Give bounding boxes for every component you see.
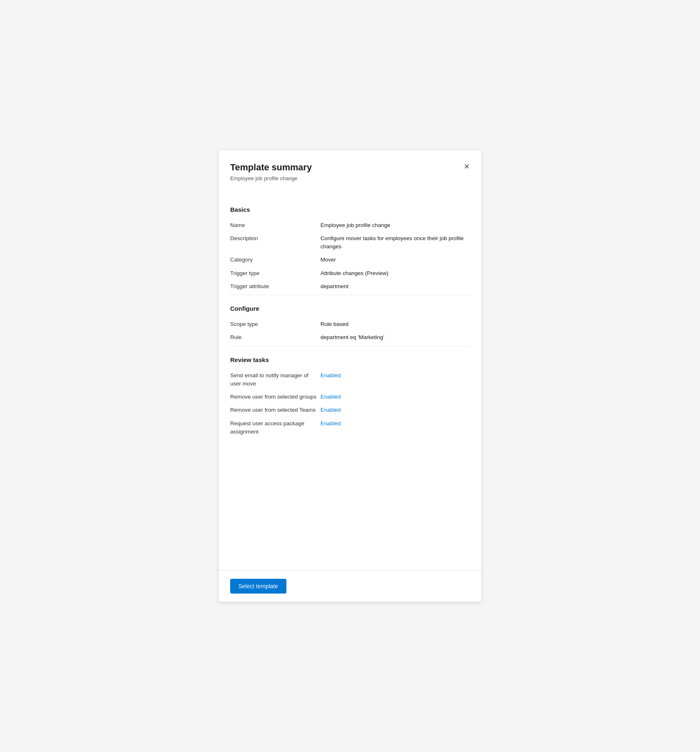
field-value-basics-1: Configure mover tasks for employees once…: [320, 234, 470, 251]
field-value-review-tasks-1: Enabled: [320, 393, 470, 401]
field-label-configure-1: Rule: [230, 333, 320, 342]
field-row-basics-1: DescriptionConfigure mover tasks for emp…: [230, 232, 470, 254]
field-row-configure-1: Ruledepartment eq 'Marketing': [230, 331, 470, 344]
field-value-review-tasks-3: Enabled: [320, 420, 470, 436]
field-row-configure-0: Scope typeRule based: [230, 318, 470, 331]
section-title-configure: Configure: [230, 305, 470, 312]
field-value-basics-4: department: [320, 282, 470, 291]
panel-subtitle: Employee job profile change: [230, 175, 468, 181]
panel-content: BasicsNameEmployee job profile changeDes…: [219, 190, 481, 570]
field-row-review-tasks-0: Send email to notify manager of user mov…: [230, 369, 470, 391]
field-row-basics-4: Trigger attributedepartment: [230, 280, 470, 293]
panel-footer: Select template: [219, 570, 481, 602]
field-value-basics-0: Employee job profile change: [320, 221, 470, 229]
field-label-configure-0: Scope type: [230, 320, 320, 328]
field-value-configure-0: Rule based: [320, 320, 470, 328]
field-label-review-tasks-2: Remove user from selected Teams: [230, 406, 320, 414]
field-row-basics-2: CategoryMover: [230, 253, 470, 266]
field-label-basics-1: Description: [230, 234, 320, 251]
section-divider: [230, 295, 470, 295]
panel-header: Template summary Employee job profile ch…: [219, 150, 481, 190]
field-label-review-tasks-1: Remove user from selected groups: [230, 393, 320, 401]
field-row-review-tasks-3: Request user access package assignmentEn…: [230, 417, 470, 439]
select-template-button[interactable]: Select template: [230, 579, 286, 594]
section-title-review-tasks: Review tasks: [230, 356, 470, 363]
field-row-basics-3: Trigger typeAttribute changes (Preview): [230, 267, 470, 280]
field-label-basics-0: Name: [230, 221, 320, 229]
field-value-review-tasks-0: Enabled: [320, 371, 470, 388]
field-value-configure-1: department eq 'Marketing': [320, 333, 470, 342]
field-value-basics-2: Mover: [320, 256, 470, 264]
field-label-basics-2: Category: [230, 256, 320, 264]
field-row-basics-0: NameEmployee job profile change: [230, 219, 470, 232]
field-label-basics-4: Trigger attribute: [230, 282, 320, 291]
close-button[interactable]: ✕: [460, 160, 473, 173]
template-summary-panel: Template summary Employee job profile ch…: [219, 150, 481, 602]
field-label-review-tasks-0: Send email to notify manager of user mov…: [230, 371, 320, 388]
field-value-review-tasks-2: Enabled: [320, 406, 470, 414]
field-label-review-tasks-3: Request user access package assignment: [230, 420, 320, 436]
section-title-basics: Basics: [230, 206, 470, 213]
field-row-review-tasks-1: Remove user from selected groupsEnabled: [230, 390, 470, 404]
field-label-basics-3: Trigger type: [230, 269, 320, 277]
section-divider: [230, 346, 470, 346]
field-value-basics-3: Attribute changes (Preview): [320, 269, 470, 277]
panel-title: Template summary: [230, 162, 468, 174]
field-row-review-tasks-2: Remove user from selected TeamsEnabled: [230, 404, 470, 417]
